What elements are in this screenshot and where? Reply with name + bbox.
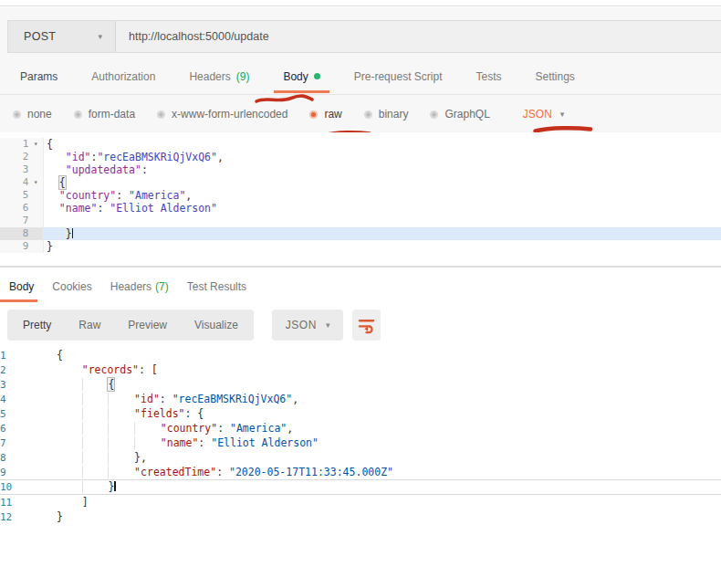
view-preview[interactable]: Preview [128,319,167,331]
body-type-option-binary[interactable]: binary [364,108,409,121]
request-body-editor[interactable]: 1▾{2 "id":"recEaBMSKRiQjVxQ6",3 "updated… [0,132,721,267]
text-cursor [72,228,74,238]
tab-label: Cookies [52,280,91,293]
indent-guide [57,480,82,493]
response-language-label: JSON [286,319,317,331]
json-punctuation [47,163,66,176]
json-punctuation: { [108,378,114,391]
code-line-9: 9 "createdTime": "2020-05-17T11:33:45.00… [0,465,721,479]
response-tab-headers[interactable]: Headers(7) [109,275,171,299]
tab-count-badge: (7) [155,280,169,293]
json-string: "recEaBMSKRiQjVxQ6" [97,151,217,163]
tab-label: Settings [536,70,575,83]
json-punctuation: ] [82,496,89,509]
fold-spacer [28,240,43,253]
json-punctuation: : [116,189,129,202]
json-punctuation: : [217,422,230,435]
gutter: 6 [0,421,40,436]
line-number: 7 [0,215,28,227]
code-content: { [44,176,721,189]
indent-guide [57,436,82,449]
response-tabs: BodyCookiesHeaders(7)Test Results [0,275,721,299]
tab-pre-request-script[interactable]: Pre-request Script [352,58,444,94]
word-wrap-button[interactable] [352,310,381,341]
code-line-6: 6 "name": "Elliot Alderson" [0,202,721,215]
body-type-option-form-data[interactable]: form-data [74,108,135,121]
json-punctuation: }, [134,451,147,464]
view-pretty[interactable]: Pretty [23,319,51,331]
gutter: 3 [0,163,44,176]
postman-window: POST ▾ http://localhost:5000/update Para… [0,0,721,588]
json-key: "country" [59,189,116,202]
json-key: "records" [82,363,139,376]
indent-guide [82,393,109,405]
json-punctuation: , [185,189,192,202]
line-number: 5 [0,189,28,202]
url-text: http://localhost:5000/update [129,30,269,43]
body-type-option-x-www-form-urlencoded[interactable]: x-www-form-urlencoded [157,108,287,121]
tab-label: Headers [110,280,152,293]
tab-params[interactable]: Params [18,58,59,94]
response-tab-body[interactable]: Body [7,275,36,299]
json-punctuation: , [292,393,298,405]
radio-icon [430,110,438,119]
tab-label: Headers [189,70,230,83]
json-key: "id" [134,393,160,405]
code-content: "id": "recEaBMSKRiQjVxQ6", [40,392,721,406]
response-tab-cookies[interactable]: Cookies [50,275,93,299]
json-punctuation: , [217,151,224,163]
line-number: 8 [0,227,28,240]
indent-guide [57,422,82,435]
json-string: "Elliot Alderson" [110,202,217,215]
json-punctuation: : [216,466,229,478]
tab-authorization[interactable]: Authorization [89,58,157,94]
code-line-1: 1▾{ [0,138,721,151]
body-language-label: JSON [523,108,552,121]
url-input[interactable]: http://localhost:5000/update [116,21,721,52]
indent-guide [82,407,109,420]
code-content: } [44,240,721,253]
gutter: 4 [0,392,40,406]
gutter: 8 [0,450,40,465]
body-language-selector[interactable]: JSON▾ [523,108,565,121]
body-type-option-raw[interactable]: raw [309,108,341,121]
radio-icon [74,110,82,119]
tab-headers[interactable]: Headers(9) [187,58,251,94]
response-body-editor[interactable]: 1{2 "records": [3 {4 "id": "recEaBMSKRiQ… [0,348,721,588]
gutter: 12 [0,509,40,524]
view-raw[interactable]: Raw [78,319,100,331]
radio-icon [309,110,318,119]
method-label: POST [24,30,56,43]
fold-spacer [28,215,43,227]
indent-guide [57,451,82,464]
indent-guide [108,451,134,464]
body-type-label: GraphQL [444,108,489,121]
tab-settings[interactable]: Settings [534,58,577,94]
response-tab-test-results[interactable]: Test Results [185,275,248,299]
json-punctuation: , [287,422,293,435]
tab-label: Body [9,280,34,293]
line-number: 9 [0,467,6,478]
gutter: 5 [0,189,44,202]
line-number: 3 [0,163,28,176]
json-punctuation: : { [185,407,204,420]
indent-guide [134,436,161,449]
body-type-option-none[interactable]: none [13,108,52,121]
indent-guide [57,393,82,405]
json-punctuation: : [160,393,172,405]
indent-guide [108,393,134,405]
json-punctuation: : [97,202,110,215]
indent-guide [57,466,82,478]
tab-body[interactable]: Body [281,58,321,94]
line-number: 3 [0,379,6,391]
tab-tests[interactable]: Tests [474,58,503,94]
code-content: } [40,480,721,494]
json-key: "name" [59,202,98,215]
json-key: "fields" [134,407,184,420]
view-visualize[interactable]: Visualize [194,319,238,331]
json-punctuation: { [59,176,66,189]
method-selector[interactable]: POST ▾ [8,21,116,52]
code-line-3: 3 { [0,377,721,392]
response-language-selector[interactable]: JSON ▾ [272,310,344,341]
body-type-option-graphql[interactable]: GraphQL [430,108,489,121]
